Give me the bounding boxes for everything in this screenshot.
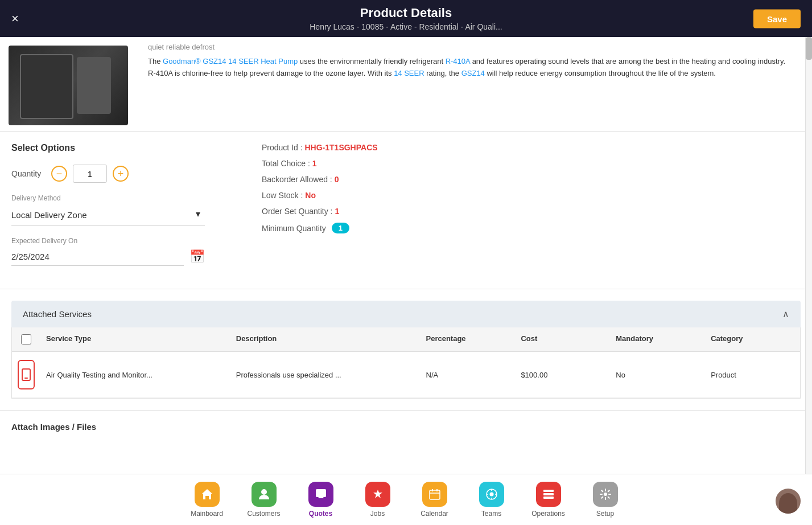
product-id-row: Product Id : HHG-1T1SGHPACS <box>262 143 801 152</box>
quotes-icon <box>308 482 333 507</box>
expected-delivery-input[interactable] <box>11 248 184 266</box>
nav-item-customers[interactable]: Customers <box>236 476 292 523</box>
setup-icon <box>593 482 618 507</box>
row-icon-button[interactable] <box>18 360 35 389</box>
goodman-link[interactable]: Goodman® GSZ14 <box>163 57 226 65</box>
svg-rect-6 <box>430 490 440 499</box>
product-image-container <box>0 43 137 125</box>
svg-rect-18 <box>543 497 554 499</box>
svg-rect-17 <box>543 493 554 495</box>
quantity-input[interactable] <box>73 165 107 183</box>
delivery-method-field: Delivery Method Local Delivery Zone <box>11 194 239 225</box>
teams-icon <box>479 482 504 507</box>
calendar-nav-icon <box>422 482 447 507</box>
svg-marker-5 <box>373 490 382 498</box>
product-top-section: quiet reliable defrost The Goodman® GSZ1… <box>0 37 812 132</box>
cell-category: Product <box>705 363 800 387</box>
product-description-section: quiet reliable defrost The Goodman® GSZ1… <box>137 43 801 125</box>
total-choice-row: Total Choice : 1 <box>262 159 801 168</box>
order-set-qty-row: Order Set Quantity : 1 <box>262 207 801 216</box>
nav-item-mainboard[interactable]: Mainboard <box>179 476 236 523</box>
order-set-qty-label: Order Set Quantity : <box>262 207 333 216</box>
backorder-label: Backorder Allowed : <box>262 175 332 184</box>
nav-item-quotes[interactable]: Quotes <box>292 476 349 523</box>
cell-percentage: N/A <box>421 363 516 387</box>
col-header-category: Category <box>705 327 800 351</box>
calendar-icon[interactable]: 📅 <box>189 249 205 264</box>
quantity-increase-button[interactable]: + <box>113 166 129 182</box>
phone-icon <box>22 368 31 381</box>
date-row: 📅 <box>11 248 205 266</box>
min-qty-label: Minimum Quantity <box>262 224 326 233</box>
svg-point-19 <box>604 493 607 496</box>
select-options-title: Select Options <box>11 143 239 153</box>
chevron-up-icon: ∧ <box>782 309 789 319</box>
jobs-label: Jobs <box>370 510 385 518</box>
delivery-method-select[interactable]: Local Delivery Zone <box>11 205 205 225</box>
total-choice-value: 1 <box>312 159 317 168</box>
expected-delivery-label: Expected Delivery On <box>11 237 239 245</box>
table-row: Air Quality Testing and Monitor... Profe… <box>12 352 800 398</box>
setup-label: Setup <box>596 510 614 518</box>
user-avatar[interactable] <box>776 489 801 514</box>
table-header-row: Service Type Description Percentage Cost… <box>12 327 800 352</box>
services-table: Service Type Description Percentage Cost… <box>11 327 801 399</box>
low-stock-row: Low Stock : No <box>262 191 801 200</box>
svg-rect-16 <box>543 490 554 492</box>
avatar-silhouette <box>779 493 797 514</box>
product-id-label: Product Id : <box>262 143 303 152</box>
select-options-section: Select Options Quantity − + Delivery Met… <box>0 132 812 289</box>
services-header[interactable]: Attached Services ∧ <box>11 301 801 327</box>
customers-label: Customers <box>247 510 280 518</box>
r410a-link[interactable]: R-410A <box>446 57 470 65</box>
nav-item-calendar[interactable]: Calendar <box>406 476 463 523</box>
product-info-right: Product Id : HHG-1T1SGHPACS Total Choice… <box>262 143 801 277</box>
mainboard-icon <box>195 482 220 507</box>
nav-item-operations[interactable]: Operations <box>520 476 577 523</box>
page-title: Product Details <box>360 6 452 20</box>
operations-label: Operations <box>531 510 565 518</box>
close-button[interactable]: × <box>11 11 19 26</box>
main-content: quiet reliable defrost The Goodman® GSZ1… <box>0 37 812 474</box>
jobs-icon <box>365 482 390 507</box>
row-action-cell <box>12 352 40 397</box>
quotes-label: Quotes <box>309 510 332 518</box>
nav-item-teams[interactable]: Teams <box>463 476 520 523</box>
svg-rect-1 <box>24 378 28 379</box>
save-button[interactable]: Save <box>753 9 801 28</box>
select-all-checkbox[interactable] <box>21 334 31 344</box>
delivery-method-wrapper: Local Delivery Zone <box>11 205 205 225</box>
min-qty-row: Minimum Quantity 1 <box>262 223 801 233</box>
services-title: Attached Services <box>23 309 92 319</box>
product-muted-text: quiet reliable defrost <box>148 43 789 51</box>
nav-item-jobs[interactable]: Jobs <box>349 476 406 523</box>
backorder-value: 0 <box>335 175 339 184</box>
backorder-row: Backorder Allowed : 0 <box>262 175 801 184</box>
col-header-cost: Cost <box>515 327 610 351</box>
attach-images-title: Attach Images / Files <box>11 422 801 432</box>
col-header-mandatory: Mandatory <box>610 327 705 351</box>
product-description-text: The Goodman® GSZ14 14 SEER Heat Pump use… <box>148 56 789 80</box>
seer-link[interactable]: 14 SEER Heat Pump <box>228 57 298 65</box>
cell-mandatory: No <box>610 363 705 387</box>
seer-rating-link[interactable]: 14 SEER <box>394 69 424 77</box>
attached-services-section: Attached Services ∧ Service Type Descrip… <box>11 301 801 399</box>
cell-service-type: Air Quality Testing and Monitor... <box>40 363 230 387</box>
col-header-description: Description <box>230 327 421 351</box>
col-header-service-type: Service Type <box>40 327 230 351</box>
quantity-label: Quantity <box>11 169 46 178</box>
product-info-list: Product Id : HHG-1T1SGHPACS Total Choice… <box>262 143 801 233</box>
order-set-qty-value: 1 <box>335 207 339 216</box>
customers-icon <box>252 482 277 507</box>
scrollbar-track[interactable] <box>805 37 812 474</box>
attach-images-section: Attach Images / Files <box>0 410 812 443</box>
quantity-row: Quantity − + <box>11 165 239 183</box>
expected-delivery-field: Expected Delivery On 📅 <box>11 237 239 266</box>
options-left: Select Options Quantity − + Delivery Met… <box>11 143 239 277</box>
gsz14-link[interactable]: GSZ14 <box>461 69 485 77</box>
svg-marker-2 <box>202 489 212 499</box>
quantity-decrease-button[interactable]: − <box>51 166 67 182</box>
low-stock-label: Low Stock : <box>262 191 303 200</box>
nav-item-setup[interactable]: Setup <box>577 476 634 523</box>
product-image <box>9 46 128 125</box>
